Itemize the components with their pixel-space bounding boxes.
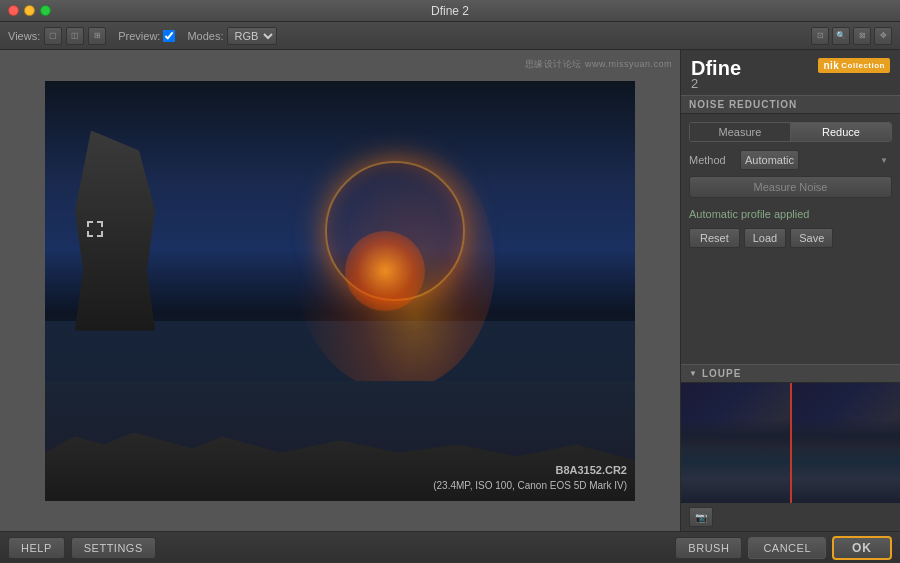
zoom-out-icon[interactable]: ⊠ [853,27,871,45]
loupe-camera-button[interactable]: 📷 [689,507,713,527]
status-message: Automatic profile applied [681,204,900,224]
settings-button[interactable]: SETTINGS [71,537,156,559]
zoom-in-icon[interactable]: 🔍 [832,27,850,45]
tab-measure[interactable]: Measure [690,123,791,141]
image-details: (23.4MP, ISO 100, Canon EOS 5D Mark IV) [433,479,627,493]
app-name: Dfine [691,58,741,78]
method-select[interactable]: Automatic [740,150,799,170]
window-title: Dfine 2 [431,4,469,18]
loupe-right-panel [792,383,901,503]
modes-label: Modes: [187,30,223,42]
reset-button[interactable]: Reset [689,228,740,248]
noise-reduction-header: NOISE REDUCTION [681,95,900,114]
main-image: B8A3152.CR2 (23.4MP, ISO 100, Canon EOS … [45,81,635,501]
app-version: 2 [691,76,741,91]
cancel-button[interactable]: CANCEL [748,537,826,559]
right-panel: Dfine 2 nik Collection NOISE REDUCTION M… [680,50,900,531]
zoom-fit-icon[interactable]: ⊡ [811,27,829,45]
traffic-lights [0,5,51,16]
ok-button[interactable]: OK [832,536,892,560]
tab-reduce[interactable]: Reduce [791,123,891,141]
nik-collection-badge: nik Collection [818,58,890,73]
profile-row: Reset Load Save [681,224,900,252]
loupe-section-header: ▼ LOUPE [681,364,900,383]
method-label: Method [689,154,734,166]
load-button[interactable]: Load [744,228,786,248]
preview-label: Preview: [118,30,160,42]
watermark-text: 思缘设计论坛 www.missyuan.com [525,58,672,71]
loupe-selector-crosshair[interactable] [87,221,103,237]
method-select-wrapper: Automatic [740,150,892,170]
preview-group: Preview: [118,30,175,42]
minimize-button[interactable] [24,5,35,16]
image-info: B8A3152.CR2 (23.4MP, ISO 100, Canon EOS … [433,463,627,492]
loupe-preview [681,383,900,503]
image-panel[interactable]: B8A3152.CR2 (23.4MP, ISO 100, Canon EOS … [0,50,680,531]
modes-group: Modes: RGB [187,27,277,45]
view-grid-button[interactable]: ⊞ [88,27,106,45]
loupe-divider [790,383,792,503]
main-area: B8A3152.CR2 (23.4MP, ISO 100, Canon EOS … [0,50,900,531]
loupe-left-panel [681,383,790,503]
view-split-button[interactable]: ◫ [66,27,84,45]
measure-noise-button[interactable]: Measure Noise [689,176,892,198]
panel-spacer [681,252,900,364]
view-single-button[interactable]: ▢ [44,27,62,45]
modes-select[interactable]: RGB [227,27,277,45]
titlebar: Dfine 2 [0,0,900,22]
views-group: Views: ▢ ◫ ⊞ [8,27,106,45]
hand-tool-icon[interactable]: ✥ [874,27,892,45]
maximize-button[interactable] [40,5,51,16]
app-header: Dfine 2 nik Collection [681,50,900,95]
save-button[interactable]: Save [790,228,833,248]
image-container: B8A3152.CR2 (23.4MP, ISO 100, Canon EOS … [45,81,635,501]
bottom-bar: HELP SETTINGS BRUSH CANCEL OK [0,531,900,563]
help-button[interactable]: HELP [8,537,65,559]
filename: B8A3152.CR2 [433,463,627,478]
camera-icon: 📷 [695,512,707,523]
nik-label: nik [823,60,839,71]
preview-checkbox[interactable] [163,30,175,42]
loupe-label: LOUPE [702,368,741,379]
loupe-arrow-icon: ▼ [689,369,698,378]
noise-reduction-tabs: Measure Reduce [689,122,892,142]
brush-button[interactable]: BRUSH [675,537,742,559]
collection-label: Collection [841,61,885,70]
method-row: Method Automatic [681,146,900,174]
app-title-area: Dfine 2 [691,58,741,91]
toolbar: Views: ▢ ◫ ⊞ Preview: Modes: RGB ⊡ 🔍 ⊠ ✥ [0,22,900,50]
views-label: Views: [8,30,40,42]
close-button[interactable] [8,5,19,16]
toolbar-right-icons: ⊡ 🔍 ⊠ ✥ [811,27,892,45]
